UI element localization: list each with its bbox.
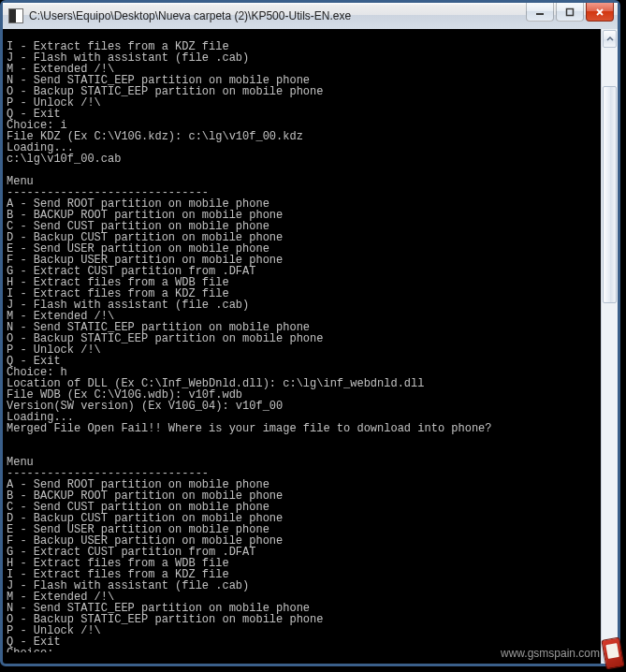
chevron-up-icon bbox=[606, 36, 614, 43]
scroll-up-button[interactable] bbox=[603, 30, 617, 48]
watermark-text: www.gsmspain.com bbox=[501, 647, 600, 660]
svg-rect-1 bbox=[567, 8, 574, 15]
close-icon bbox=[595, 7, 604, 17]
titlebar[interactable]: C:\Users\Equipo\Desktop\Nueva carpeta (2… bbox=[3, 3, 618, 29]
scrollbar-track[interactable] bbox=[602, 49, 618, 644]
maximize-button[interactable] bbox=[556, 3, 584, 22]
close-button[interactable] bbox=[586, 3, 614, 22]
vertical-scrollbar[interactable] bbox=[601, 29, 618, 664]
watermark: www.gsmspain.com bbox=[501, 638, 622, 668]
scrollbar-thumb[interactable] bbox=[603, 86, 617, 303]
window-controls bbox=[526, 3, 618, 23]
client-area: I - Extract files from a KDZ file J - Fl… bbox=[3, 29, 618, 664]
app-window: C:\Users\Equipo\Desktop\Nueva carpeta (2… bbox=[0, 0, 620, 666]
minimize-button[interactable] bbox=[526, 3, 554, 22]
svg-rect-0 bbox=[536, 13, 544, 15]
phone-icon bbox=[601, 637, 624, 670]
terminal-output[interactable]: I - Extract files from a KDZ file J - Fl… bbox=[3, 40, 601, 652]
app-icon bbox=[8, 8, 23, 23]
minimize-icon bbox=[535, 7, 545, 17]
maximize-icon bbox=[565, 7, 575, 17]
window-title: C:\Users\Equipo\Desktop\Nueva carpeta (2… bbox=[29, 9, 351, 22]
